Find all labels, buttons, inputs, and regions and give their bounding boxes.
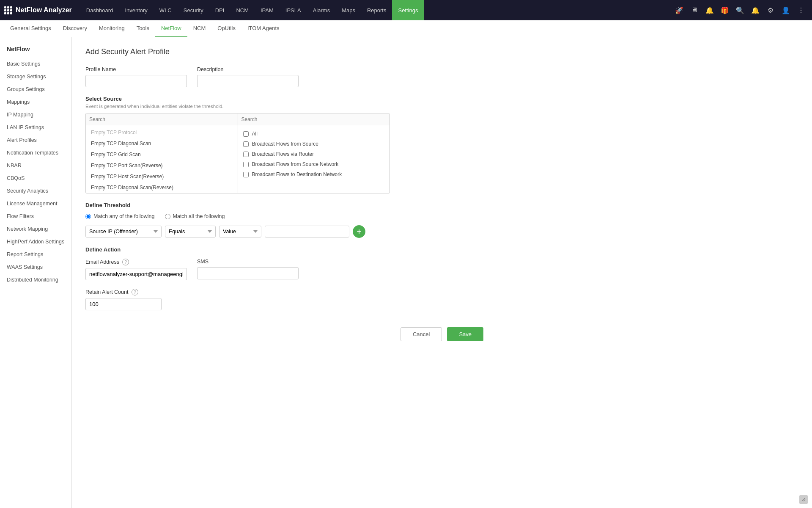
sidebar-item-lan-ip-settings[interactable]: LAN IP Settings [0,121,71,134]
sms-label: SMS [197,259,299,265]
sidebar-item-license-management[interactable]: License Management [0,197,71,210]
radio-any-input[interactable] [85,214,91,219]
check-item-broadcast-router: Broadcast Flows via Router [243,149,385,159]
sidebar-item-nbar[interactable]: NBAR [0,159,71,172]
tab-netflow[interactable]: NetFlow [155,20,187,37]
nav-alarms[interactable]: Alarms [307,0,336,20]
main-content: Add Security Alert Profile Profile Name … [72,37,812,508]
check-broadcast-source-checkbox[interactable] [243,141,249,147]
source-left-search [86,113,238,125]
resize-handle[interactable] [799,495,808,504]
source-right-search-input[interactable] [241,116,387,122]
check-broadcast-dest-network-checkbox[interactable] [243,172,249,177]
email-address-input[interactable] [85,268,187,280]
sidebar-item-distributed-monitoring[interactable]: Distributed Monitoring [0,273,71,286]
gift-icon[interactable]: 🎁 [718,3,732,17]
list-item[interactable]: Empty TCP Diagonal Scan [86,138,238,149]
nav-settings[interactable]: Settings [392,0,424,20]
nav-reports[interactable]: Reports [361,0,392,20]
retain-alert-count-input[interactable] [85,298,162,310]
nav-inventory[interactable]: Inventory [119,0,153,20]
threshold-value-input[interactable] [265,226,349,237]
nav-dashboard[interactable]: Dashboard [80,0,119,20]
radio-all-input[interactable] [165,214,170,219]
check-broadcast-router-checkbox[interactable] [243,152,249,157]
check-all-checkbox[interactable] [243,131,249,137]
button-row: Cancel Save [85,327,798,341]
notification-icon[interactable]: 🔔 [749,3,762,17]
app-brand: NetFlow Analyzer [4,6,72,14]
radio-any-option[interactable]: Match any of the following [85,213,155,219]
nav-wlc[interactable]: WLC [154,0,178,20]
settings-icon[interactable]: ⚙ [764,3,777,17]
nav-security[interactable]: Security [178,0,209,20]
source-check-list: All Broadcast Flows from Source Broadcas… [238,125,390,183]
description-input[interactable] [197,75,299,87]
sidebar-item-storage-settings[interactable]: Storage Settings [0,70,71,83]
list-item[interactable]: Empty TCP Grid Scan [86,149,238,160]
sidebar-item-waas-settings[interactable]: WAAS Settings [0,261,71,273]
nav-ncm[interactable]: NCM [230,0,255,20]
search-icon[interactable]: 🔍 [733,3,747,17]
tab-monitoring[interactable]: Monitoring [93,20,131,37]
profile-form-row: Profile Name Description [85,66,798,87]
bell-icon[interactable]: 🔔 [703,3,716,17]
sidebar-item-flow-filters[interactable]: Flow Filters [0,210,71,223]
more-icon[interactable]: ⋮ [794,3,808,17]
radio-all-label: Match all the following [173,213,225,219]
rocket-icon[interactable]: 🚀 [672,3,686,17]
add-threshold-button[interactable]: + [353,225,365,238]
save-button[interactable]: Save [447,327,483,341]
sidebar-item-network-mapping[interactable]: Network Mapping [0,223,71,235]
tab-ncm[interactable]: NCM [187,20,212,37]
retain-help-icon[interactable]: ? [132,289,138,295]
sidebar-item-report-settings[interactable]: Report Settings [0,248,71,261]
source-left-panel: Empty TCP Protocol Empty TCP Diagonal Sc… [86,113,238,193]
sidebar-item-security-analytics[interactable]: Security Analytics [0,185,71,197]
email-address-group: Email Address ? [85,259,187,280]
list-item[interactable]: Empty TCP Diagonal Scan(Reverse) [86,182,238,193]
monitor-icon[interactable]: 🖥 [688,3,701,17]
sidebar-item-cbqos[interactable]: CBQoS [0,172,71,185]
sms-input[interactable] [197,267,299,279]
tab-tools[interactable]: Tools [131,20,155,37]
profile-name-input[interactable] [85,75,187,87]
list-item[interactable]: Empty TCP Port Scan(Reverse) [86,160,238,171]
select-source-title: Select Source [85,96,798,102]
top-bar-icons: 🚀 🖥 🔔 🎁 🔍 🔔 ⚙ 👤 ⋮ [672,3,808,17]
description-label: Description [197,66,299,72]
list-item[interactable]: Empty TCP Protocol [86,127,238,138]
threshold-value-type-select[interactable]: Value Percentage Rate [219,226,261,237]
retain-alert-count-group: Retain Alert Count ? [85,289,798,310]
nav-ipsla[interactable]: IPSLA [280,0,307,20]
tab-general-settings[interactable]: General Settings [4,20,57,37]
list-item[interactable]: Empty TCP Host Scan(Reverse) [86,171,238,182]
profile-name-label: Profile Name [85,66,187,72]
threshold-operator-select[interactable]: Equals Not Equals Greater Than Less Than [165,226,216,237]
email-address-label: Email Address ? [85,259,187,265]
radio-all-option[interactable]: Match all the following [165,213,225,219]
nav-ipam[interactable]: IPAM [255,0,280,20]
sidebar-item-groups-settings[interactable]: Groups Settings [0,83,71,96]
source-left-search-input[interactable] [89,116,234,122]
sidebar-item-highperf-addon-settings[interactable]: HighPerf Addon Settings [0,235,71,248]
tab-discovery[interactable]: Discovery [57,20,93,37]
sidebar-item-notification-templates[interactable]: Notification Templates [0,146,71,159]
threshold-row: Source IP (Offender) Destination IP Prot… [85,225,798,238]
nav-dpi[interactable]: DPI [209,0,230,20]
check-broadcast-source-network-checkbox[interactable] [243,162,249,167]
sidebar-item-ip-mapping[interactable]: IP Mapping [0,108,71,121]
nav-maps[interactable]: Maps [336,0,361,20]
check-all-label: All [252,131,258,137]
tab-oputils[interactable]: OpUtils [211,20,241,37]
tab-itom-agents[interactable]: ITOM Agents [241,20,285,37]
user-icon[interactable]: 👤 [779,3,793,17]
check-broadcast-dest-network-label: Broadcast Flows to Destination Network [252,171,342,177]
sidebar-item-mappings[interactable]: Mappings [0,96,71,108]
threshold-source-select[interactable]: Source IP (Offender) Destination IP Prot… [85,226,162,237]
sidebar-item-alert-profiles[interactable]: Alert Profiles [0,134,71,146]
email-help-icon[interactable]: ? [122,259,129,265]
sidebar-item-basic-settings[interactable]: Basic Settings [0,58,71,70]
check-broadcast-source-label: Broadcast Flows from Source [252,141,318,147]
cancel-button[interactable]: Cancel [401,327,442,341]
